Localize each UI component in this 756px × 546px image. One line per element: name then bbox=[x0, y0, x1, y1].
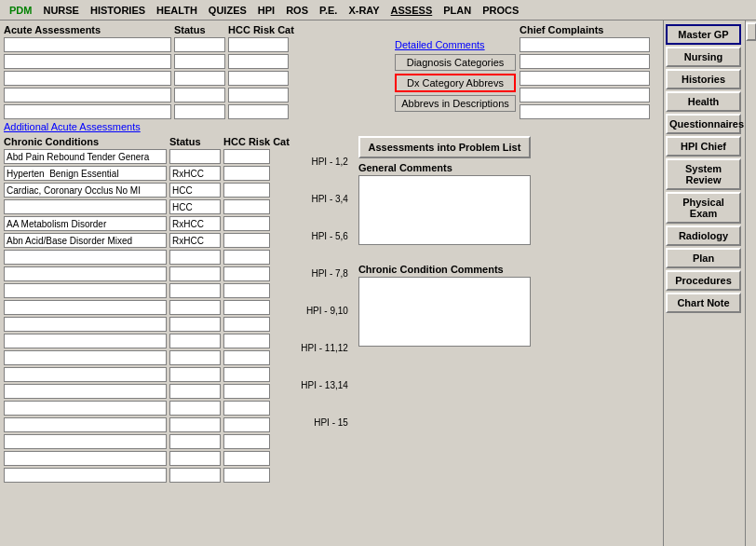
menu-hpi[interactable]: HPI bbox=[252, 3, 280, 18]
chronic-hcc-input-8[interactable] bbox=[223, 283, 270, 298]
chronic-condition-input-9[interactable] bbox=[4, 300, 167, 315]
procedures-btn[interactable]: Procedures bbox=[666, 270, 741, 291]
chronic-hcc-input-3[interactable] bbox=[223, 199, 270, 214]
chronic-hcc-input-4[interactable] bbox=[223, 216, 270, 231]
chronic-status-input-4[interactable] bbox=[169, 216, 221, 231]
chronic-status-input-5[interactable] bbox=[169, 233, 221, 248]
chronic-status-input-17[interactable] bbox=[169, 434, 221, 449]
chronic-comments-textarea[interactable] bbox=[358, 277, 531, 347]
chronic-condition-input-16[interactable] bbox=[4, 417, 167, 432]
chronic-hcc-input-6[interactable] bbox=[223, 250, 270, 265]
chief-input-4[interactable] bbox=[520, 88, 650, 102]
chronic-condition-input-1[interactable] bbox=[4, 166, 167, 181]
menu-pdm[interactable]: PDM bbox=[4, 3, 37, 18]
additional-acute-link[interactable]: Additional Acute Assessments bbox=[4, 121, 141, 132]
nursing-btn[interactable]: Nursing bbox=[666, 47, 741, 67]
acute-input-3[interactable] bbox=[4, 71, 171, 86]
chronic-status-input-8[interactable] bbox=[169, 283, 221, 298]
chronic-status-input-0[interactable] bbox=[169, 149, 221, 164]
chronic-status-input-11[interactable] bbox=[169, 334, 221, 348]
chronic-status-input-16[interactable] bbox=[169, 417, 221, 432]
chronic-hcc-input-18[interactable] bbox=[223, 451, 270, 466]
chief-input-3[interactable] bbox=[520, 71, 650, 86]
chronic-hcc-input-12[interactable] bbox=[223, 350, 270, 365]
acute-input-4[interactable] bbox=[4, 88, 171, 102]
chronic-hcc-input-19[interactable] bbox=[223, 468, 270, 483]
chronic-condition-input-19[interactable] bbox=[4, 468, 167, 483]
chart-note-btn[interactable]: Chart Note bbox=[666, 293, 741, 313]
chronic-status-input-10[interactable] bbox=[169, 317, 221, 332]
chronic-status-input-15[interactable] bbox=[169, 401, 221, 416]
chronic-status-input-13[interactable] bbox=[169, 367, 221, 382]
status-input-3[interactable] bbox=[174, 71, 225, 86]
menu-histories[interactable]: HISTORIES bbox=[85, 3, 151, 18]
menu-nurse[interactable]: NURSE bbox=[37, 3, 85, 18]
hpi-chief-btn[interactable]: HPI Chief bbox=[666, 136, 741, 157]
menu-procs[interactable]: PROCS bbox=[477, 3, 524, 18]
chronic-condition-input-10[interactable] bbox=[4, 317, 167, 332]
chronic-condition-input-5[interactable] bbox=[4, 233, 167, 248]
chronic-condition-input-6[interactable] bbox=[4, 250, 167, 265]
menu-plan[interactable]: PLAN bbox=[438, 3, 477, 18]
detailed-comments-link[interactable]: Detailed Comments bbox=[395, 39, 485, 50]
status-input-1[interactable] bbox=[174, 37, 225, 52]
chronic-hcc-input-17[interactable] bbox=[223, 434, 270, 449]
assessments-into-problem-list-btn[interactable]: Assessments into Problem List bbox=[358, 136, 531, 158]
vertical-scrollbar[interactable] bbox=[745, 20, 756, 546]
radiology-btn[interactable]: Radiology bbox=[666, 225, 741, 246]
chronic-condition-input-17[interactable] bbox=[4, 434, 167, 449]
chronic-hcc-input-9[interactable] bbox=[223, 300, 270, 315]
chronic-condition-input-15[interactable] bbox=[4, 401, 167, 416]
chronic-status-input-6[interactable] bbox=[169, 250, 221, 265]
plan-btn[interactable]: Plan bbox=[666, 248, 741, 268]
questionnaires-btn[interactable]: Questionnaires bbox=[666, 114, 741, 134]
acute-input-1[interactable] bbox=[4, 37, 171, 52]
chronic-hcc-input-14[interactable] bbox=[223, 384, 270, 399]
chronic-hcc-input-11[interactable] bbox=[223, 334, 270, 348]
chronic-status-input-14[interactable] bbox=[169, 384, 221, 399]
hcc-input-5[interactable] bbox=[228, 104, 289, 119]
menu-xray[interactable]: X-RAY bbox=[343, 3, 385, 18]
abbrevs-in-descriptions-btn[interactable]: Abbrevs in Descriptions bbox=[395, 95, 516, 112]
chief-input-2[interactable] bbox=[520, 54, 650, 69]
chronic-status-input-2[interactable] bbox=[169, 183, 221, 198]
chronic-condition-input-8[interactable] bbox=[4, 283, 167, 298]
chronic-condition-input-11[interactable] bbox=[4, 334, 167, 348]
chronic-status-input-3[interactable] bbox=[169, 199, 221, 214]
status-input-2[interactable] bbox=[174, 54, 225, 69]
chronic-hcc-input-2[interactable] bbox=[223, 183, 270, 198]
chronic-hcc-input-13[interactable] bbox=[223, 367, 270, 382]
chief-input-1[interactable] bbox=[520, 37, 650, 52]
chronic-hcc-input-16[interactable] bbox=[223, 417, 270, 432]
chief-input-5[interactable] bbox=[520, 104, 650, 119]
chronic-status-input-19[interactable] bbox=[169, 468, 221, 483]
chronic-condition-input-0[interactable] bbox=[4, 149, 167, 164]
menu-health[interactable]: HEALTH bbox=[151, 3, 203, 18]
menu-pe[interactable]: P.E. bbox=[314, 3, 343, 18]
chronic-status-input-1[interactable] bbox=[169, 166, 221, 181]
chronic-condition-input-2[interactable] bbox=[4, 183, 167, 198]
chronic-condition-input-13[interactable] bbox=[4, 367, 167, 382]
menu-quizes[interactable]: QUIZES bbox=[203, 3, 252, 18]
hcc-input-2[interactable] bbox=[228, 54, 289, 69]
chronic-hcc-input-15[interactable] bbox=[223, 401, 270, 416]
chronic-condition-input-14[interactable] bbox=[4, 384, 167, 399]
chronic-status-input-18[interactable] bbox=[169, 451, 221, 466]
acute-input-2[interactable] bbox=[4, 54, 171, 69]
master-gp-btn[interactable]: Master GP bbox=[666, 24, 741, 45]
menu-assess[interactable]: ASSESS bbox=[385, 3, 439, 18]
chronic-hcc-input-7[interactable] bbox=[223, 266, 270, 281]
chronic-status-input-7[interactable] bbox=[169, 266, 221, 281]
physical-exam-btn[interactable]: Physical Exam bbox=[666, 192, 741, 224]
dx-category-abbrevs-btn[interactable]: Dx Category Abbrevs bbox=[395, 74, 516, 92]
status-input-4[interactable] bbox=[174, 88, 225, 102]
general-comments-textarea[interactable] bbox=[358, 175, 531, 245]
chronic-condition-input-18[interactable] bbox=[4, 451, 167, 466]
chronic-condition-input-7[interactable] bbox=[4, 266, 167, 281]
histories-btn[interactable]: Histories bbox=[666, 69, 741, 89]
diagnosis-categories-btn[interactable]: Diagnosis Categories bbox=[395, 54, 516, 71]
hcc-input-1[interactable] bbox=[228, 37, 289, 52]
chronic-condition-input-4[interactable] bbox=[4, 216, 167, 231]
hcc-input-3[interactable] bbox=[228, 71, 289, 86]
chronic-hcc-input-5[interactable] bbox=[223, 233, 270, 248]
